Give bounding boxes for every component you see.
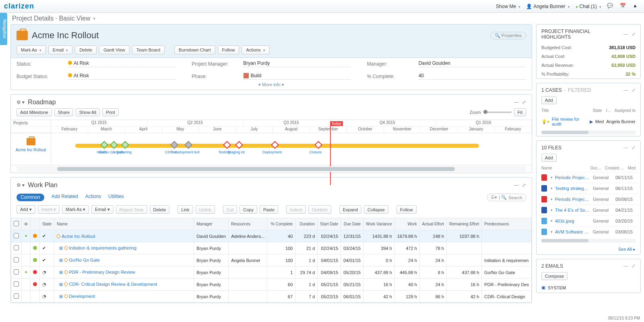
zoom-slider[interactable]: [483, 111, 512, 113]
show-me-menu[interactable]: Show Me ▾: [496, 4, 520, 9]
show-all-button[interactable]: Show All: [76, 108, 100, 116]
project-row-label[interactable]: Acme Inc Rollout: [16, 148, 46, 152]
file-row[interactable]: ▾The 4 E's of Social ...General04/21/15: [537, 204, 640, 215]
share-button[interactable]: Share: [54, 108, 73, 116]
cases-scrollbar[interactable]: [541, 130, 636, 134]
discussions-icon[interactable]: 💬: [607, 3, 614, 10]
table-row[interactable]: ◔ ⊞ CDR- Critical Design Review & Develo…: [11, 279, 532, 291]
follow-button[interactable]: Follow: [218, 45, 239, 54]
wp-outdent[interactable]: Outdent: [308, 205, 331, 214]
wp-indent[interactable]: Indent: [286, 205, 306, 214]
row-name[interactable]: ⊞ PDR - Preliminary Design Review: [54, 266, 194, 279]
table-row[interactable]: ✦ ✔ Acme Inc Rollout David GouldenAdelin…: [11, 230, 532, 242]
email-button[interactable]: Email ▾: [48, 45, 73, 54]
wp-cut[interactable]: Cut: [223, 205, 237, 214]
select-all-checkbox[interactable]: [14, 221, 19, 226]
em-min[interactable]: —: [623, 263, 628, 269]
em-exp[interactable]: ⤢: [632, 263, 636, 269]
wp-link[interactable]: Link: [178, 205, 193, 214]
wp-minimize-icon[interactable]: —: [514, 182, 519, 188]
roadmap-gear-icon[interactable]: ⚙ ▾: [17, 99, 25, 105]
table-row[interactable]: ◔ ⊞ Development Bryan Purdy 677 d05/22/1…: [11, 291, 532, 303]
properties-search[interactable]: 🔍 Properties: [490, 32, 526, 39]
file-row[interactable]: ▾Testing strategy te...General06/11/15: [537, 183, 640, 194]
row-checkbox[interactable]: [14, 245, 19, 250]
navigation-tab[interactable]: Navigation: [0, 13, 7, 45]
add-milestone-button[interactable]: Add Milestone: [17, 108, 52, 116]
burndown-button[interactable]: Burndown Chart: [174, 45, 215, 54]
row-name[interactable]: ⊞ CDR- Critical Design Review & Developm…: [54, 279, 194, 291]
team-board-button[interactable]: Team Board: [132, 45, 165, 54]
table-row[interactable]: ✦ ◔ ⊞ PDR - Preliminary Design Review Br…: [11, 266, 532, 279]
files-scrollbar[interactable]: [541, 239, 636, 243]
more-info-toggle[interactable]: ▾ More info ▾: [11, 82, 532, 90]
wp-expand[interactable]: Expand: [339, 205, 361, 214]
row-name[interactable]: Acme Inc Rollout: [54, 230, 194, 242]
cases-min[interactable]: —: [623, 87, 628, 93]
fit-button[interactable]: Fit: [514, 108, 526, 116]
minimize-icon[interactable]: —: [514, 99, 519, 105]
fin-expand[interactable]: ⤢: [632, 31, 636, 37]
wp-insert[interactable]: Insert ▾: [38, 205, 60, 214]
wp-unlink[interactable]: Unlink: [196, 205, 215, 214]
row-name[interactable]: ⊞ Go/No Go Gate: [54, 254, 194, 266]
row-checkbox[interactable]: [14, 269, 19, 275]
table-row[interactable]: ✔ ⊞ Go/No Go Gate Bryan PurdyAngela Bunn…: [11, 254, 532, 266]
phase-value[interactable]: 🧱 Build: [243, 73, 351, 80]
row-checkbox[interactable]: [14, 281, 19, 287]
wp-reporttime[interactable]: Report Time: [116, 205, 147, 214]
mark-as-button[interactable]: Mark As ▾: [17, 45, 46, 54]
compose-button[interactable]: Compose: [541, 272, 568, 280]
files-add-button[interactable]: Add: [541, 154, 557, 162]
delete-button[interactable]: Delete: [75, 45, 97, 54]
row-checkbox[interactable]: [14, 293, 19, 299]
row-name[interactable]: ⊞ Initiation & requirements gathering: [54, 242, 194, 254]
status-value[interactable]: At Risk: [68, 60, 175, 67]
wp-paste[interactable]: Paste: [260, 205, 278, 214]
workplan-gear-icon[interactable]: ⚙ ▾: [17, 182, 25, 188]
file-row[interactable]: ▾401k.jpegGeneral03/20/15: [537, 215, 640, 226]
wp-delete[interactable]: Delete: [150, 205, 170, 214]
wp-follow[interactable]: Follow: [396, 205, 417, 214]
row-checkbox[interactable]: [14, 233, 19, 238]
fin-minimize[interactable]: —: [623, 31, 628, 37]
file-row[interactable]: ▾AVM Software Desi...General03/08/15: [537, 226, 640, 237]
filter-icon[interactable]: ☰▾: [491, 195, 497, 200]
breadcrumb-a[interactable]: Project Details: [12, 15, 54, 22]
tab-add-related[interactable]: Add Related: [52, 194, 78, 201]
gantt-scrollbar[interactable]: [17, 166, 526, 172]
wp-collapse[interactable]: Collapse: [364, 205, 388, 214]
pm-value[interactable]: Bryan Purdy: [243, 60, 351, 67]
print-button[interactable]: Print: [102, 108, 119, 116]
wp-expand-icon[interactable]: ⤢: [522, 182, 526, 188]
manager-value[interactable]: David Goulden: [419, 60, 526, 67]
budget-status-value[interactable]: At Risk: [68, 73, 175, 80]
tab-common[interactable]: Common: [17, 194, 44, 201]
workplan-search[interactable]: ☰▾ | 🔍 Search: [487, 194, 526, 201]
actions-button[interactable]: Actions ▾: [242, 45, 269, 54]
case-row[interactable]: 💡▾ File review for audit ▶ Med Angela Bu…: [537, 114, 640, 129]
table-row[interactable]: ✔ ⊞ Initiation & requirements gathering …: [11, 242, 532, 254]
wp-markas[interactable]: Mark As ▾: [62, 205, 89, 214]
gantt-button[interactable]: Gantt View: [99, 45, 130, 54]
cases-exp[interactable]: ⤢: [632, 87, 636, 93]
file-row[interactable]: ▾Periodic Project Re...General06/11/15: [537, 172, 640, 183]
cases-add-button[interactable]: Add: [541, 96, 557, 104]
wp-copy[interactable]: Copy: [239, 205, 257, 214]
tab-utilities[interactable]: Utilities: [108, 194, 124, 201]
alert-icon[interactable]: ▲: [633, 3, 640, 10]
calendar-icon[interactable]: 📅: [620, 3, 627, 10]
tab-actions[interactable]: Actions: [85, 194, 101, 201]
case-title[interactable]: File review for audit: [552, 117, 587, 126]
file-row[interactable]: ▾Periodic Project Re...General05/08/15: [537, 194, 640, 204]
files-min[interactable]: —: [623, 145, 628, 151]
files-exp[interactable]: ⤢: [632, 145, 636, 151]
breadcrumb-b[interactable]: Basic View: [59, 15, 91, 22]
wp-add[interactable]: Add ▾: [17, 205, 35, 214]
pct-value[interactable]: 40: [419, 73, 526, 80]
row-checkbox[interactable]: [14, 257, 19, 262]
chat-menu[interactable]: ● Chat (1) ▾: [576, 4, 601, 9]
user-menu[interactable]: 👤 Angela Bunner ▾: [526, 4, 570, 9]
wp-email[interactable]: Email ▾: [91, 205, 114, 214]
row-name[interactable]: ⊞ Development: [54, 291, 194, 303]
